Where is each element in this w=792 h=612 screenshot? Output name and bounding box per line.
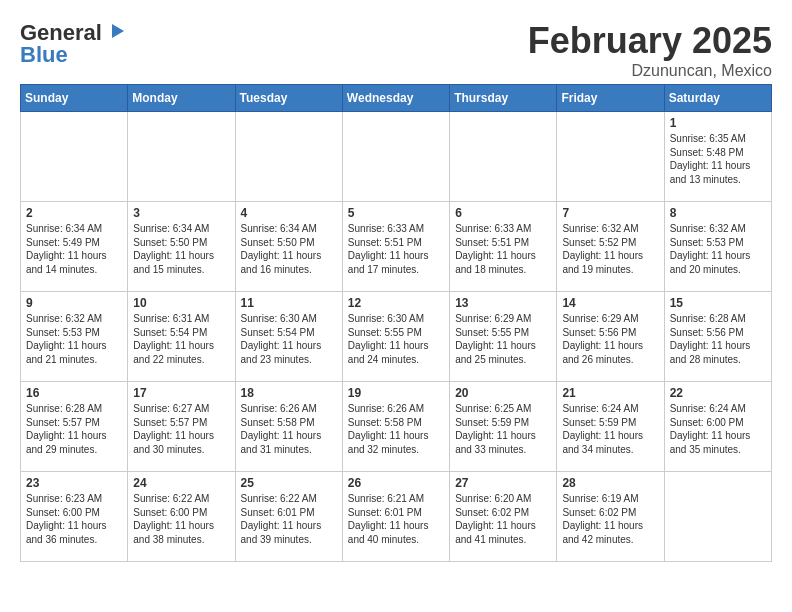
day-info: Sunrise: 6:20 AMSunset: 6:02 PMDaylight:… bbox=[455, 492, 551, 546]
weekday-header-sunday: Sunday bbox=[21, 85, 128, 112]
day-number: 22 bbox=[670, 386, 766, 400]
day-info: Sunrise: 6:34 AMSunset: 5:49 PMDaylight:… bbox=[26, 222, 122, 276]
day-cell bbox=[342, 112, 449, 202]
day-cell: 8Sunrise: 6:32 AMSunset: 5:53 PMDaylight… bbox=[664, 202, 771, 292]
day-number: 14 bbox=[562, 296, 658, 310]
day-cell: 24Sunrise: 6:22 AMSunset: 6:00 PMDayligh… bbox=[128, 472, 235, 562]
calendar-title: February 2025 bbox=[528, 20, 772, 62]
day-info: Sunrise: 6:28 AMSunset: 5:56 PMDaylight:… bbox=[670, 312, 766, 366]
week-row-5: 23Sunrise: 6:23 AMSunset: 6:00 PMDayligh… bbox=[21, 472, 772, 562]
day-info: Sunrise: 6:30 AMSunset: 5:55 PMDaylight:… bbox=[348, 312, 444, 366]
day-number: 3 bbox=[133, 206, 229, 220]
day-number: 19 bbox=[348, 386, 444, 400]
weekday-header-friday: Friday bbox=[557, 85, 664, 112]
weekday-header-monday: Monday bbox=[128, 85, 235, 112]
day-cell bbox=[557, 112, 664, 202]
day-number: 28 bbox=[562, 476, 658, 490]
day-cell: 9Sunrise: 6:32 AMSunset: 5:53 PMDaylight… bbox=[21, 292, 128, 382]
day-info: Sunrise: 6:34 AMSunset: 5:50 PMDaylight:… bbox=[133, 222, 229, 276]
day-cell: 3Sunrise: 6:34 AMSunset: 5:50 PMDaylight… bbox=[128, 202, 235, 292]
day-number: 16 bbox=[26, 386, 122, 400]
day-info: Sunrise: 6:26 AMSunset: 5:58 PMDaylight:… bbox=[241, 402, 337, 456]
day-cell bbox=[235, 112, 342, 202]
day-info: Sunrise: 6:26 AMSunset: 5:58 PMDaylight:… bbox=[348, 402, 444, 456]
day-number: 4 bbox=[241, 206, 337, 220]
week-row-2: 2Sunrise: 6:34 AMSunset: 5:49 PMDaylight… bbox=[21, 202, 772, 292]
weekday-row: SundayMondayTuesdayWednesdayThursdayFrid… bbox=[21, 85, 772, 112]
day-info: Sunrise: 6:32 AMSunset: 5:53 PMDaylight:… bbox=[26, 312, 122, 366]
day-cell: 16Sunrise: 6:28 AMSunset: 5:57 PMDayligh… bbox=[21, 382, 128, 472]
day-cell: 18Sunrise: 6:26 AMSunset: 5:58 PMDayligh… bbox=[235, 382, 342, 472]
day-info: Sunrise: 6:35 AMSunset: 5:48 PMDaylight:… bbox=[670, 132, 766, 186]
day-info: Sunrise: 6:29 AMSunset: 5:55 PMDaylight:… bbox=[455, 312, 551, 366]
day-info: Sunrise: 6:19 AMSunset: 6:02 PMDaylight:… bbox=[562, 492, 658, 546]
day-cell: 11Sunrise: 6:30 AMSunset: 5:54 PMDayligh… bbox=[235, 292, 342, 382]
logo-icon bbox=[104, 20, 126, 42]
day-number: 24 bbox=[133, 476, 229, 490]
day-cell: 1Sunrise: 6:35 AMSunset: 5:48 PMDaylight… bbox=[664, 112, 771, 202]
day-number: 17 bbox=[133, 386, 229, 400]
week-row-1: 1Sunrise: 6:35 AMSunset: 5:48 PMDaylight… bbox=[21, 112, 772, 202]
weekday-header-thursday: Thursday bbox=[450, 85, 557, 112]
day-cell: 15Sunrise: 6:28 AMSunset: 5:56 PMDayligh… bbox=[664, 292, 771, 382]
svg-marker-0 bbox=[112, 24, 124, 38]
day-cell: 13Sunrise: 6:29 AMSunset: 5:55 PMDayligh… bbox=[450, 292, 557, 382]
day-number: 5 bbox=[348, 206, 444, 220]
day-info: Sunrise: 6:25 AMSunset: 5:59 PMDaylight:… bbox=[455, 402, 551, 456]
day-info: Sunrise: 6:28 AMSunset: 5:57 PMDaylight:… bbox=[26, 402, 122, 456]
day-cell: 14Sunrise: 6:29 AMSunset: 5:56 PMDayligh… bbox=[557, 292, 664, 382]
week-row-3: 9Sunrise: 6:32 AMSunset: 5:53 PMDaylight… bbox=[21, 292, 772, 382]
day-info: Sunrise: 6:32 AMSunset: 5:52 PMDaylight:… bbox=[562, 222, 658, 276]
day-number: 10 bbox=[133, 296, 229, 310]
day-cell bbox=[21, 112, 128, 202]
day-cell: 22Sunrise: 6:24 AMSunset: 6:00 PMDayligh… bbox=[664, 382, 771, 472]
day-number: 12 bbox=[348, 296, 444, 310]
day-info: Sunrise: 6:31 AMSunset: 5:54 PMDaylight:… bbox=[133, 312, 229, 366]
calendar-subtitle: Dzununcan, Mexico bbox=[528, 62, 772, 80]
day-number: 9 bbox=[26, 296, 122, 310]
day-info: Sunrise: 6:30 AMSunset: 5:54 PMDaylight:… bbox=[241, 312, 337, 366]
day-cell: 6Sunrise: 6:33 AMSunset: 5:51 PMDaylight… bbox=[450, 202, 557, 292]
day-number: 26 bbox=[348, 476, 444, 490]
weekday-header-wednesday: Wednesday bbox=[342, 85, 449, 112]
day-number: 6 bbox=[455, 206, 551, 220]
day-info: Sunrise: 6:34 AMSunset: 5:50 PMDaylight:… bbox=[241, 222, 337, 276]
day-info: Sunrise: 6:29 AMSunset: 5:56 PMDaylight:… bbox=[562, 312, 658, 366]
logo: General Blue bbox=[20, 20, 126, 68]
day-cell bbox=[664, 472, 771, 562]
day-info: Sunrise: 6:32 AMSunset: 5:53 PMDaylight:… bbox=[670, 222, 766, 276]
day-info: Sunrise: 6:33 AMSunset: 5:51 PMDaylight:… bbox=[455, 222, 551, 276]
day-cell: 7Sunrise: 6:32 AMSunset: 5:52 PMDaylight… bbox=[557, 202, 664, 292]
day-info: Sunrise: 6:24 AMSunset: 5:59 PMDaylight:… bbox=[562, 402, 658, 456]
day-number: 11 bbox=[241, 296, 337, 310]
day-cell: 23Sunrise: 6:23 AMSunset: 6:00 PMDayligh… bbox=[21, 472, 128, 562]
day-cell: 4Sunrise: 6:34 AMSunset: 5:50 PMDaylight… bbox=[235, 202, 342, 292]
day-cell: 5Sunrise: 6:33 AMSunset: 5:51 PMDaylight… bbox=[342, 202, 449, 292]
day-number: 2 bbox=[26, 206, 122, 220]
day-info: Sunrise: 6:23 AMSunset: 6:00 PMDaylight:… bbox=[26, 492, 122, 546]
day-cell: 26Sunrise: 6:21 AMSunset: 6:01 PMDayligh… bbox=[342, 472, 449, 562]
day-number: 8 bbox=[670, 206, 766, 220]
day-cell: 17Sunrise: 6:27 AMSunset: 5:57 PMDayligh… bbox=[128, 382, 235, 472]
day-cell bbox=[128, 112, 235, 202]
day-info: Sunrise: 6:33 AMSunset: 5:51 PMDaylight:… bbox=[348, 222, 444, 276]
logo-blue-text: Blue bbox=[20, 42, 68, 68]
page-header: General Blue February 2025 Dzununcan, Me… bbox=[20, 20, 772, 80]
day-cell: 21Sunrise: 6:24 AMSunset: 5:59 PMDayligh… bbox=[557, 382, 664, 472]
day-cell: 2Sunrise: 6:34 AMSunset: 5:49 PMDaylight… bbox=[21, 202, 128, 292]
week-row-4: 16Sunrise: 6:28 AMSunset: 5:57 PMDayligh… bbox=[21, 382, 772, 472]
day-number: 25 bbox=[241, 476, 337, 490]
day-info: Sunrise: 6:24 AMSunset: 6:00 PMDaylight:… bbox=[670, 402, 766, 456]
day-cell: 10Sunrise: 6:31 AMSunset: 5:54 PMDayligh… bbox=[128, 292, 235, 382]
day-cell bbox=[450, 112, 557, 202]
day-number: 27 bbox=[455, 476, 551, 490]
day-number: 23 bbox=[26, 476, 122, 490]
day-number: 7 bbox=[562, 206, 658, 220]
day-number: 1 bbox=[670, 116, 766, 130]
day-info: Sunrise: 6:22 AMSunset: 6:01 PMDaylight:… bbox=[241, 492, 337, 546]
day-info: Sunrise: 6:22 AMSunset: 6:00 PMDaylight:… bbox=[133, 492, 229, 546]
day-number: 13 bbox=[455, 296, 551, 310]
day-info: Sunrise: 6:27 AMSunset: 5:57 PMDaylight:… bbox=[133, 402, 229, 456]
day-cell: 19Sunrise: 6:26 AMSunset: 5:58 PMDayligh… bbox=[342, 382, 449, 472]
calendar-table: SundayMondayTuesdayWednesdayThursdayFrid… bbox=[20, 84, 772, 562]
